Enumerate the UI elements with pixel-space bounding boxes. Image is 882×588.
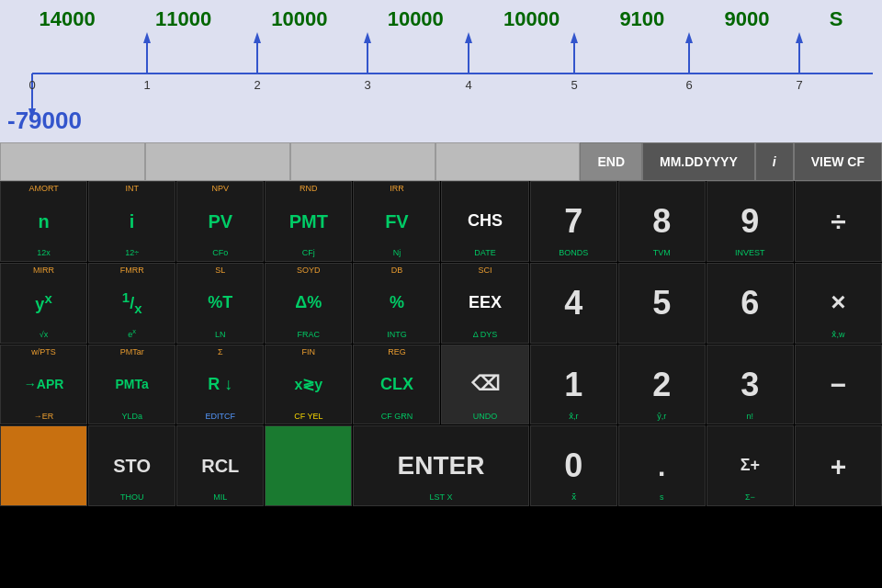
key-pct2[interactable]: DB % INTG: [353, 263, 440, 344]
key-enter[interactable]: ENTER LST X: [353, 425, 528, 506]
key-clx[interactable]: REG CLX CF GRN: [353, 345, 440, 425]
svg-marker-6: [254, 32, 261, 43]
key-add[interactable]: +: [795, 425, 882, 506]
svg-text:-79000: -79000: [7, 107, 82, 134]
key-orange[interactable]: [0, 425, 87, 506]
key-1[interactable]: 1 x̂,r: [530, 345, 617, 425]
svg-text:0: 0: [28, 78, 35, 92]
key-dpct[interactable]: SOYD Δ% FRAC: [265, 263, 352, 344]
mode-row: END MM.DDYYYY i VIEW CF: [0, 142, 882, 181]
key-rdown[interactable]: Σ R ↓ EDITCF: [176, 345, 264, 425]
key-xswap[interactable]: FIN x≷y CF YEL: [265, 345, 352, 425]
viewcf-tab[interactable]: VIEW CF: [794, 142, 882, 181]
timeline-section: 14000 11000 10000 10000 10000 9100 9000 …: [0, 0, 882, 142]
key-backspace[interactable]: ⌫ UNDO: [441, 345, 528, 425]
svg-marker-16: [796, 32, 803, 43]
key-rcl[interactable]: RCL MIL: [176, 425, 264, 506]
key-5[interactable]: 5: [618, 263, 706, 344]
svg-text:5: 5: [571, 78, 577, 92]
key-fv[interactable]: IRR FV Nj: [353, 181, 440, 262]
timeline-svg: 0 1 2 3 4 5 6 7 -79000: [0, 0, 882, 142]
key-eex[interactable]: SCI EEX Δ DYS: [441, 263, 528, 344]
end-tab[interactable]: END: [580, 142, 642, 181]
key-green[interactable]: [265, 425, 352, 506]
svg-text:6: 6: [685, 78, 692, 92]
svg-marker-12: [571, 32, 578, 43]
key-n[interactable]: AMORT n 12x: [0, 181, 87, 262]
key-chs[interactable]: CHS DATE: [441, 181, 528, 262]
key-2[interactable]: 2 ŷ,r: [618, 345, 706, 425]
key-pv[interactable]: NPV PV CFo: [176, 181, 264, 262]
svg-marker-10: [465, 32, 472, 43]
key-7[interactable]: 7 BONDS: [530, 181, 617, 262]
mode-spacer-4: [435, 142, 581, 181]
key-apr[interactable]: w/PTS →APR →ER: [0, 345, 87, 425]
key-3[interactable]: 3 n!: [707, 345, 794, 425]
svg-marker-4: [143, 32, 151, 43]
svg-text:1: 1: [143, 78, 150, 92]
i-tab[interactable]: i: [755, 142, 794, 181]
svg-marker-14: [685, 32, 693, 43]
key-div[interactable]: ÷: [795, 181, 882, 262]
svg-text:2: 2: [254, 78, 260, 92]
key-dot[interactable]: . s: [618, 425, 706, 506]
date-tab[interactable]: MM.DDYYYY: [642, 142, 755, 181]
svg-text:3: 3: [364, 78, 370, 92]
key-onex[interactable]: FMRR 1/x ex: [88, 263, 175, 344]
key-sto[interactable]: STO THOU: [88, 425, 175, 506]
key-yx[interactable]: MIRR yx √x: [0, 263, 87, 344]
key-0[interactable]: 0 x̄: [530, 425, 617, 506]
key-sub[interactable]: −: [795, 345, 882, 425]
key-8[interactable]: 8 TVM: [618, 181, 706, 262]
key-mul[interactable]: × x̂,w: [795, 263, 882, 344]
key-sigma[interactable]: Σ+ Σ−: [707, 425, 794, 506]
svg-marker-8: [364, 32, 371, 43]
key-pct[interactable]: SL %T LN: [176, 263, 264, 344]
calculator-grid: AMORT n 12x INT i 12÷ NPV PV CFo RND PMT…: [0, 181, 882, 588]
key-pmta[interactable]: PMTar PMTa YLDa: [88, 345, 175, 425]
key-pmt[interactable]: RND PMT CFj: [265, 181, 352, 262]
key-4[interactable]: 4: [530, 263, 617, 344]
key-9[interactable]: 9 INVEST: [707, 181, 794, 262]
key-6[interactable]: 6: [707, 263, 794, 344]
mode-spacer-3: [290, 142, 435, 181]
key-i[interactable]: INT i 12÷: [88, 181, 175, 262]
mode-spacer-2: [145, 142, 290, 181]
mode-spacer-1: [0, 142, 145, 181]
svg-text:7: 7: [796, 78, 802, 92]
svg-text:4: 4: [465, 78, 471, 92]
